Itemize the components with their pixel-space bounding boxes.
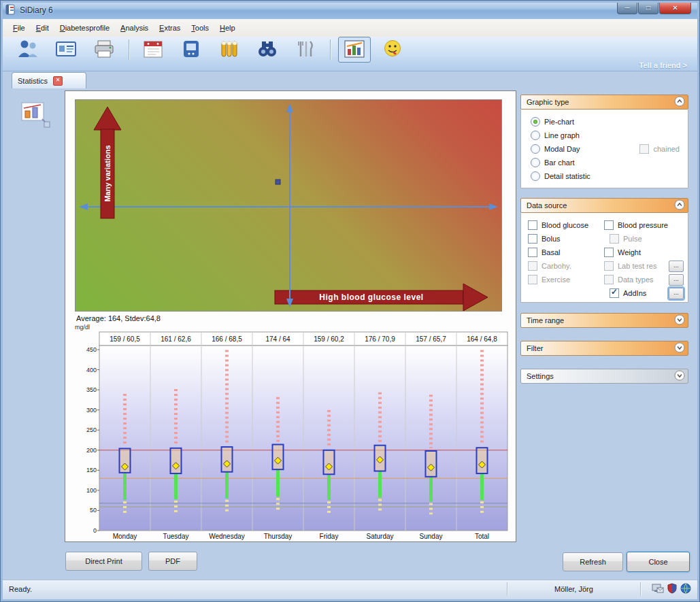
high-glucose-label: High blood glucose level bbox=[280, 292, 463, 302]
statistics-button[interactable] bbox=[338, 37, 371, 63]
window-title: SiDiary 6 bbox=[20, 5, 53, 15]
svg-text:Tuesday: Tuesday bbox=[163, 533, 189, 540]
profile-card-button[interactable] bbox=[50, 37, 82, 63]
variation-scatter-chart: Many variations High blood glucose level bbox=[75, 99, 502, 312]
feedback-button[interactable] bbox=[376, 37, 409, 63]
radio-line-graph[interactable]: Line graph bbox=[531, 129, 688, 142]
svg-text:mg/dl: mg/dl bbox=[75, 324, 90, 331]
checkbox-addins[interactable]: AddIns... bbox=[604, 286, 684, 300]
pdf-button[interactable]: PDF bbox=[148, 552, 197, 571]
checkbox-data-types[interactable]: Data types... bbox=[604, 273, 684, 286]
checkbox-bolus[interactable]: Bolus bbox=[528, 232, 604, 246]
collapse-chevron-icon[interactable] bbox=[674, 199, 685, 212]
radio-icon bbox=[531, 158, 540, 167]
menu-edit[interactable]: Edit bbox=[31, 21, 54, 35]
calendar-icon bbox=[142, 39, 164, 60]
menu-file[interactable]: File bbox=[7, 21, 31, 35]
menu-diabetesprofile[interactable]: Diabetesprofile bbox=[54, 21, 115, 35]
checkbox-carbohy[interactable]: Carbohy. bbox=[528, 259, 604, 273]
status-user: Möller, Jörg bbox=[554, 585, 593, 593]
data-types-more-button[interactable]: ... bbox=[669, 274, 684, 286]
menu-extras[interactable]: Extras bbox=[154, 21, 186, 35]
tell-a-friend-link[interactable]: Tell a friend > bbox=[639, 61, 687, 69]
refresh-button[interactable]: Refresh bbox=[563, 552, 623, 571]
chained-checkbox[interactable]: chained bbox=[639, 142, 680, 156]
filter-header[interactable]: Filter bbox=[520, 341, 688, 356]
minimize-button[interactable]: ─ bbox=[617, 1, 637, 14]
section-title: Data source bbox=[527, 201, 674, 210]
section-title: Graphic type bbox=[527, 98, 674, 106]
svg-text:164 / 64,8: 164 / 64,8 bbox=[467, 335, 497, 343]
print-button[interactable] bbox=[88, 37, 120, 63]
menu-help[interactable]: Help bbox=[214, 21, 241, 35]
checkbox-weight[interactable]: Weight bbox=[604, 246, 684, 259]
title-bar[interactable]: SiDiary 6 ─ □ ✕ bbox=[1, 1, 699, 19]
sidebar-statistics-icon[interactable] bbox=[20, 101, 51, 131]
nutrition-button[interactable] bbox=[289, 37, 322, 63]
tab-close-icon[interactable]: ✕ bbox=[53, 76, 63, 86]
addins-more-button[interactable]: ... bbox=[669, 288, 684, 299]
svg-text:Total: Total bbox=[475, 533, 489, 540]
menu-bar: File Edit Diabetesprofile Analysis Extra… bbox=[2, 19, 700, 37]
checkbox-blood-pressure[interactable]: Blood pressure bbox=[604, 218, 684, 232]
graphic-type-header[interactable]: Graphic type bbox=[520, 95, 688, 110]
radio-icon bbox=[531, 117, 540, 127]
time-range-header[interactable]: Time range bbox=[520, 313, 688, 328]
svg-text:159 / 60,2: 159 / 60,2 bbox=[314, 335, 344, 343]
graphic-type-section: Graphic type Pie-chart Line graph Modal … bbox=[520, 95, 688, 188]
radio-icon bbox=[531, 144, 540, 154]
checkbox-blood-glucose[interactable]: Blood glucose bbox=[528, 218, 604, 232]
radio-detail-statistic[interactable]: Detail statistic bbox=[531, 169, 688, 183]
tab-statistics[interactable]: Statistics ✕ bbox=[12, 72, 86, 89]
expand-chevron-icon[interactable] bbox=[674, 370, 685, 382]
checkbox-exercise[interactable]: Exercise bbox=[528, 273, 604, 286]
data-source-header[interactable]: Data source bbox=[520, 198, 688, 213]
lab-values-button[interactable] bbox=[213, 37, 246, 63]
svg-text:Saturday: Saturday bbox=[366, 533, 393, 540]
svg-text:100: 100 bbox=[86, 487, 97, 494]
svg-text:400: 400 bbox=[86, 367, 97, 373]
checkbox-icon bbox=[604, 220, 614, 230]
svg-text:159 / 60,5: 159 / 60,5 bbox=[110, 335, 140, 343]
patients-button[interactable] bbox=[12, 37, 44, 63]
checkbox-pulse[interactable]: Pulse bbox=[604, 232, 684, 246]
menu-analysis[interactable]: Analysis bbox=[115, 21, 154, 35]
globe-icon[interactable] bbox=[680, 583, 691, 595]
device-import-button[interactable] bbox=[175, 37, 207, 63]
settings-section: Settings bbox=[520, 369, 688, 384]
data-source-section: Data source Blood glucose Bolus Basal Ca… bbox=[520, 198, 688, 303]
section-title: Filter bbox=[527, 344, 674, 352]
menu-tools[interactable]: Tools bbox=[186, 21, 214, 35]
calendar-button[interactable] bbox=[137, 37, 169, 63]
profile-card-icon bbox=[55, 39, 77, 60]
svg-text:161 / 62,6: 161 / 62,6 bbox=[161, 335, 191, 343]
svg-text:50: 50 bbox=[90, 507, 97, 514]
expand-chevron-icon[interactable] bbox=[674, 314, 685, 327]
checkbox-basal[interactable]: Basal bbox=[528, 246, 604, 259]
security-shield-icon[interactable] bbox=[667, 583, 677, 595]
svg-text:200: 200 bbox=[86, 447, 97, 454]
lab-test-more-button[interactable]: ... bbox=[669, 261, 684, 272]
weekday-boxplot-chart: mg/dl050100150200250300350400450159 / 60… bbox=[72, 322, 513, 541]
radio-bar-chart[interactable]: Bar chart bbox=[531, 156, 688, 169]
radio-pie-chart[interactable]: Pie-chart bbox=[531, 115, 688, 129]
close-window-button[interactable]: ✕ bbox=[659, 1, 691, 14]
collapse-chevron-icon[interactable] bbox=[674, 96, 685, 108]
radio-icon bbox=[531, 171, 540, 181]
tab-strip: Statistics ✕ bbox=[2, 71, 698, 88]
settings-header[interactable]: Settings bbox=[520, 369, 688, 384]
direct-print-button[interactable]: Direct Print bbox=[65, 552, 142, 571]
svg-text:150: 150 bbox=[86, 467, 97, 473]
checkbox-lab-test[interactable]: Lab test res... bbox=[604, 259, 684, 273]
sync-monitor-icon[interactable] bbox=[652, 583, 664, 595]
expand-chevron-icon[interactable] bbox=[674, 342, 685, 354]
maximize-button[interactable]: □ bbox=[638, 1, 659, 14]
toolbar-separator bbox=[129, 39, 130, 60]
time-range-section: Time range bbox=[520, 313, 688, 328]
search-button[interactable] bbox=[251, 37, 284, 63]
smiley-icon bbox=[382, 39, 403, 60]
average-stdev-text: Average: 164, Stdev:64,8 bbox=[76, 314, 161, 322]
radio-icon bbox=[531, 131, 540, 140]
svg-text:Wednesday: Wednesday bbox=[209, 533, 245, 540]
close-button[interactable]: Close bbox=[627, 552, 690, 572]
